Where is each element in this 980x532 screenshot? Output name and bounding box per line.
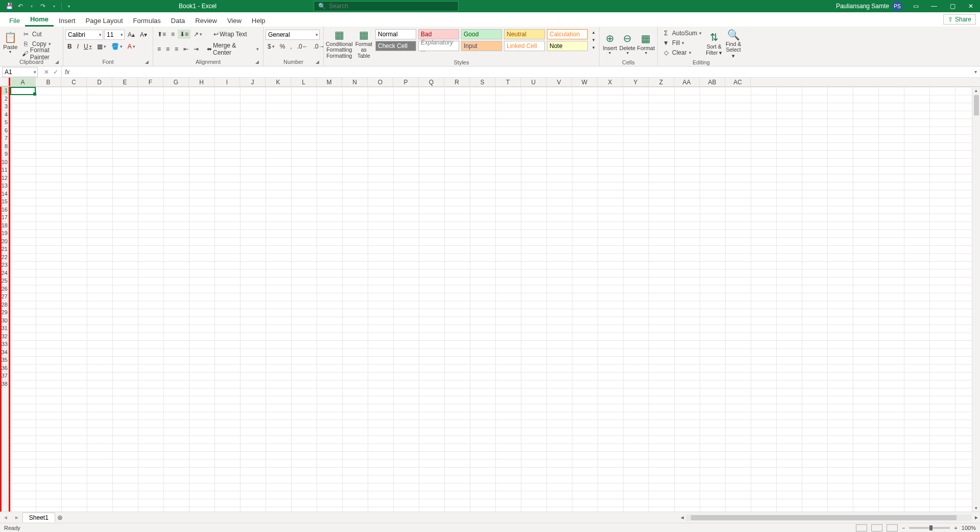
undo-icon[interactable]: ↶ [16,2,25,10]
col-header-K[interactable]: K [266,78,291,86]
clear-button[interactable]: ◇Clear [660,48,704,57]
col-header-I[interactable]: I [214,78,240,86]
sheet-nav-prev[interactable]: ◄ [0,515,11,520]
increase-decimal-button[interactable]: .0← [295,42,310,51]
find-select-button[interactable]: 🔍Find &Select ▾ [724,29,743,59]
number-dialog-launcher[interactable]: ◢ [314,59,320,65]
ribbon-display-icon[interactable]: ▭ [906,0,925,12]
format-painter-button[interactable]: 🖌Format Painter [20,49,61,58]
styles-scroll-up[interactable]: ▴ [590,29,597,36]
tab-data[interactable]: Data [166,15,190,27]
scroll-up-icon[interactable]: ▴ [975,87,977,94]
bold-button[interactable]: B [65,42,74,51]
col-header-B[interactable]: B [36,78,61,86]
increase-font-button[interactable]: A▴ [126,30,137,39]
increase-indent-button[interactable]: ⇥ [192,44,201,54]
select-all-corner[interactable] [0,78,10,86]
col-header-O[interactable]: O [368,78,393,86]
clipboard-dialog-launcher[interactable]: ◢ [54,59,60,65]
col-header-Z[interactable]: Z [649,78,674,86]
save-icon[interactable]: 💾 [5,2,13,10]
col-header-AB[interactable]: AB [700,78,725,86]
col-header-Y[interactable]: Y [623,78,649,86]
font-dialog-launcher[interactable]: ◢ [144,59,150,65]
fill-handle[interactable] [33,92,36,96]
col-header-E[interactable]: E [112,78,138,86]
autosum-button[interactable]: ΣAutoSum [660,29,704,38]
orientation-button[interactable]: ↗ [192,30,204,39]
maximize-button[interactable]: ▢ [943,0,962,12]
style-explanatory[interactable]: Explanatory ... [418,41,459,51]
col-header-V[interactable]: V [546,78,572,86]
view-normal-button[interactable] [856,524,867,531]
qat-customize-icon[interactable]: ▾ [65,2,73,10]
tab-help[interactable]: Help [247,15,271,27]
redo-icon[interactable]: ↷ [39,2,47,10]
scroll-down-icon[interactable]: ▾ [975,504,977,512]
hscroll-thumb[interactable] [691,515,957,520]
col-header-G[interactable]: G [163,78,189,86]
tab-view[interactable]: View [222,15,247,27]
alignment-dialog-launcher[interactable]: ◢ [254,59,260,65]
active-cell[interactable] [10,87,36,95]
styles-more[interactable]: ▾ [590,44,597,51]
merge-center-button[interactable]: ⬌Merge & Center [205,41,261,57]
tab-formulas[interactable]: Formulas [128,15,166,27]
search-box[interactable]: 🔍 [314,1,459,11]
sheet-nav-next[interactable]: ► [11,515,22,520]
align-left-button[interactable]: ≡ [155,44,163,54]
col-header-W[interactable]: W [572,78,597,86]
zoom-level[interactable]: 100% [962,525,976,531]
view-page-layout-button[interactable] [871,524,882,531]
col-header-L[interactable]: L [291,78,317,86]
cut-button[interactable]: ✂Cut [20,30,61,39]
sort-filter-button[interactable]: ⇅Sort &Filter ▾ [705,29,723,59]
comma-button[interactable]: , [288,42,294,51]
undo-dropdown-icon[interactable]: ▾ [28,2,36,10]
tab-insert[interactable]: Insert [54,15,81,27]
style-check-cell[interactable]: Check Cell [375,41,416,51]
fx-icon[interactable]: fx [62,68,73,76]
borders-button[interactable]: ▦ [95,42,108,51]
account[interactable]: Pauliansang Samte PS [836,1,902,11]
style-good[interactable]: Good [461,29,502,39]
decrease-indent-button[interactable]: ⇤ [181,44,190,54]
align-middle-button[interactable]: ≡ [169,30,177,39]
enter-formula-icon[interactable]: ✓ [53,68,58,76]
minimize-button[interactable]: — [925,0,943,12]
view-page-break-button[interactable] [887,524,898,531]
zoom-slider[interactable] [909,527,950,529]
col-header-AC[interactable]: AC [725,78,751,86]
col-header-H[interactable]: H [189,78,214,86]
format-as-table-button[interactable]: ▦ Format as Table [354,29,374,59]
style-input[interactable]: Input [461,41,502,51]
underline-button[interactable]: U [82,42,94,51]
redo-dropdown-icon[interactable]: ▾ [50,2,58,10]
font-color-button[interactable]: A [126,42,137,51]
col-header-C[interactable]: C [61,78,87,86]
style-note[interactable]: Note [547,41,588,51]
fill-button[interactable]: ▼Fill [660,38,704,48]
col-header-R[interactable]: R [444,78,470,86]
style-neutral[interactable]: Neutral [504,29,545,39]
col-header-S[interactable]: S [470,78,495,86]
style-normal[interactable]: Normal [375,29,416,39]
col-header-T[interactable]: T [495,78,521,86]
new-sheet-button[interactable]: ⊕ [55,514,65,521]
horizontal-scrollbar[interactable]: ◄ ► [65,515,980,521]
number-format-combo[interactable]: General [266,30,320,40]
accounting-format-button[interactable]: $ [266,42,277,51]
col-header-J[interactable]: J [240,78,266,86]
share-button[interactable]: ⇪ Share [943,14,976,25]
col-header-AA[interactable]: AA [674,78,700,86]
wrap-text-button[interactable]: ↩Wrap Text [211,30,249,39]
align-center-button[interactable]: ≡ [164,44,172,54]
delete-cells-button[interactable]: ⊖Delete▾ [619,29,635,59]
fill-color-button[interactable]: 🪣 [109,42,125,51]
cancel-formula-icon[interactable]: ✕ [44,68,49,76]
style-bad[interactable]: Bad [418,29,459,39]
col-header-Q[interactable]: Q [419,78,444,86]
font-size-combo[interactable]: 11 [104,30,125,40]
tab-review[interactable]: Review [190,15,222,27]
paste-button[interactable]: 📋 Paste ▾ [2,28,19,58]
